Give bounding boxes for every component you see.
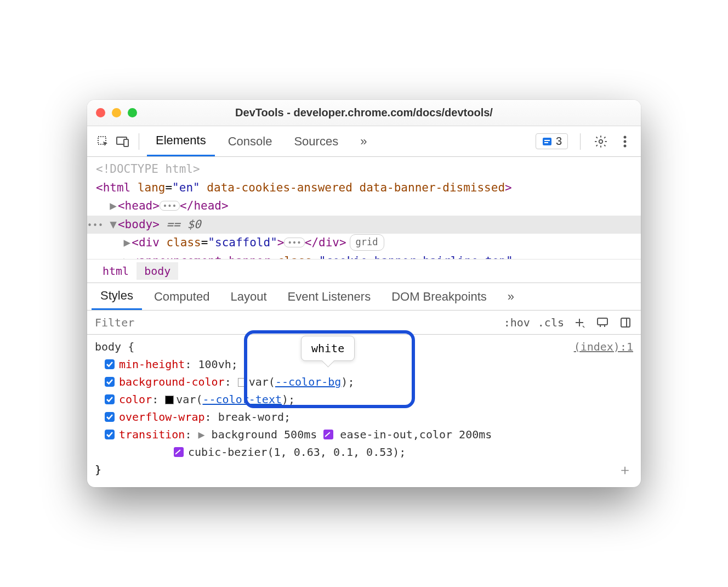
- grid-badge[interactable]: grid: [350, 234, 384, 250]
- breadcrumb: html body: [87, 259, 641, 283]
- doctype: <!DOCTYPE html>: [96, 162, 200, 176]
- enable-checkbox[interactable]: [105, 430, 115, 439]
- breadcrumb-item[interactable]: html: [95, 262, 136, 280]
- svg-rect-10: [598, 318, 607, 325]
- property-row: transition: ▶ background 500ms ease-in-o…: [95, 426, 633, 443]
- color-swatch[interactable]: [238, 378, 247, 387]
- property-continuation: cubic-bezier(1, 0.63, 0.1, 0.53);: [95, 443, 633, 461]
- selected-node[interactable]: ▼<body> == $0: [87, 216, 641, 234]
- tab-event-listeners[interactable]: Event Listeners: [279, 283, 380, 310]
- main-toolbar: Elements Console Sources » 3: [87, 126, 641, 157]
- styles-pane[interactable]: body { (index):1 min-height: 100vh; back…: [87, 335, 641, 487]
- panel-tabs: Elements Console Sources »: [147, 126, 376, 156]
- ellipsis-icon[interactable]: •••: [284, 238, 304, 247]
- inspect-element-icon[interactable]: [95, 133, 111, 150]
- svg-rect-11: [621, 318, 630, 327]
- source-link[interactable]: (index):1: [574, 338, 633, 355]
- enable-checkbox[interactable]: [105, 359, 115, 369]
- enable-checkbox[interactable]: [105, 412, 115, 422]
- add-property-icon[interactable]: ＋: [618, 459, 632, 482]
- svg-point-8: [624, 140, 627, 143]
- devtools-window: DevTools - developer.chrome.com/docs/dev…: [87, 100, 641, 487]
- tooltip-text: white: [311, 342, 344, 355]
- issues-badge[interactable]: 3: [536, 133, 568, 149]
- tab-sources[interactable]: Sources: [285, 126, 347, 156]
- settings-icon[interactable]: [593, 133, 609, 150]
- panel-toggle-icon[interactable]: [618, 315, 633, 330]
- tooltip: white: [301, 336, 355, 361]
- new-rule-icon[interactable]: [572, 315, 587, 330]
- svg-rect-4: [544, 140, 550, 141]
- sidebar-tabs: Styles Computed Layout Event Listeners D…: [87, 283, 641, 311]
- window-title: DevTools - developer.chrome.com/docs/dev…: [87, 106, 641, 119]
- rule-close: }: [95, 461, 633, 478]
- svg-point-6: [599, 139, 603, 143]
- css-var-link[interactable]: --color-bg: [275, 375, 341, 388]
- property-row: overflow-wrap: break-word;: [95, 408, 633, 426]
- color-swatch[interactable]: [165, 396, 174, 404]
- tab-console[interactable]: Console: [219, 126, 281, 156]
- bezier-icon[interactable]: [323, 430, 333, 439]
- bezier-icon[interactable]: [174, 447, 184, 457]
- separator: [580, 133, 581, 150]
- format-icon[interactable]: [595, 315, 610, 330]
- svg-rect-5: [544, 142, 548, 143]
- tab-layout[interactable]: Layout: [221, 283, 275, 310]
- cls-button[interactable]: .cls: [538, 316, 564, 329]
- enable-checkbox[interactable]: [105, 377, 115, 387]
- svg-rect-3: [543, 138, 551, 145]
- device-toolbar-icon[interactable]: [115, 133, 131, 150]
- breadcrumb-item[interactable]: body: [136, 262, 178, 280]
- property-row: background-color: var(--color-bg);: [95, 373, 633, 391]
- svg-point-7: [624, 136, 627, 138]
- tab-styles[interactable]: Styles: [92, 283, 142, 310]
- svg-rect-2: [124, 139, 128, 146]
- enable-checkbox[interactable]: [105, 394, 115, 404]
- property-row: min-height: 100vh;: [95, 355, 633, 373]
- styles-filter-bar: :hov .cls: [87, 311, 641, 335]
- svg-point-9: [624, 144, 627, 147]
- selector[interactable]: body {: [95, 338, 134, 355]
- hov-button[interactable]: :hov: [504, 316, 530, 329]
- more-subtabs-button[interactable]: »: [499, 283, 523, 310]
- property-row: color: var(--color-text);: [95, 391, 633, 408]
- dom-tree[interactable]: <!DOCTYPE html> <html lang="en" data-coo…: [87, 157, 641, 259]
- css-var-link[interactable]: --color-text: [202, 393, 282, 406]
- issues-count: 3: [556, 135, 562, 148]
- more-tabs-button[interactable]: »: [351, 126, 376, 156]
- separator: [139, 133, 139, 150]
- tab-elements[interactable]: Elements: [147, 126, 215, 156]
- tab-computed[interactable]: Computed: [145, 283, 219, 310]
- titlebar: DevTools - developer.chrome.com/docs/dev…: [87, 100, 641, 126]
- tab-dom-breakpoints[interactable]: DOM Breakpoints: [383, 283, 496, 310]
- filter-input[interactable]: [87, 311, 496, 334]
- ellipsis-icon[interactable]: •••: [160, 201, 180, 211]
- kebab-menu-icon[interactable]: [617, 133, 633, 150]
